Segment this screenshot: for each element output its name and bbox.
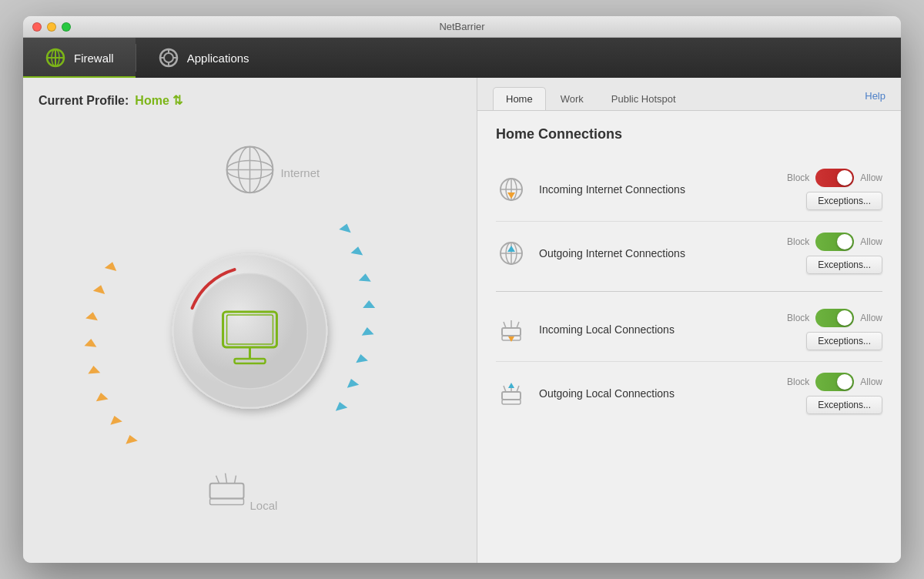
allow-label-1: Allow xyxy=(860,236,882,247)
tab-firewall[interactable]: Firewall xyxy=(23,38,136,78)
block-label-2: Block xyxy=(787,313,809,323)
outgoing-internet-label: Outgoing Internet Connections xyxy=(539,247,775,259)
svg-marker-40 xyxy=(361,326,374,335)
window-title: NetBarrier xyxy=(439,21,484,32)
connection-incoming-internet: Incoming Internet Connections Block Allo… xyxy=(496,158,882,221)
minimize-button[interactable] xyxy=(47,22,56,32)
svg-line-17 xyxy=(216,476,219,484)
outgoing-internet-exceptions[interactable]: Exceptions... xyxy=(806,256,882,274)
svg-point-14 xyxy=(227,160,273,179)
outgoing-internet-toggle-row: Block Allow xyxy=(787,233,882,251)
svg-marker-28 xyxy=(105,260,119,271)
incoming-local-toggle-row: Block Allow xyxy=(787,309,882,327)
connection-outgoing-internet: Outgoing Internet Connections Block Allo… xyxy=(496,221,882,285)
svg-line-18 xyxy=(226,474,227,484)
block-label-1: Block xyxy=(787,236,809,247)
svg-marker-35 xyxy=(124,433,138,444)
maximize-button[interactable] xyxy=(62,22,71,32)
connection-incoming-local: Incoming Local Connections Block Allow E… xyxy=(496,298,882,361)
incoming-internet-toggle-row: Block Allow xyxy=(787,169,882,187)
svg-marker-42 xyxy=(345,377,359,388)
svg-marker-30 xyxy=(85,311,99,321)
left-panel: Current Profile: Home ⇅ Internet xyxy=(23,78,477,563)
svg-rect-60 xyxy=(502,392,521,400)
svg-marker-36 xyxy=(339,222,353,233)
incoming-internet-controls: Block Allow Exceptions... xyxy=(787,169,882,210)
outgoing-local-label: Outgoing Local Connections xyxy=(539,387,775,400)
outgoing-local-toggle[interactable] xyxy=(815,373,854,391)
block-label-0: Block xyxy=(787,172,809,183)
section-title: Home Connections xyxy=(496,126,882,142)
svg-marker-59 xyxy=(508,336,514,342)
applications-tab-label: Applications xyxy=(187,52,249,65)
svg-point-13 xyxy=(239,146,262,192)
svg-point-5 xyxy=(164,53,173,62)
svg-point-10 xyxy=(227,146,273,192)
svg-marker-34 xyxy=(109,414,122,425)
incoming-local-toggle[interactable] xyxy=(815,309,854,327)
right-panel: Home Work Public Hotspot Help Home Conne… xyxy=(477,78,901,563)
block-label-3: Block xyxy=(787,377,809,387)
svg-line-63 xyxy=(517,386,519,392)
svg-rect-26 xyxy=(235,359,266,363)
svg-marker-65 xyxy=(508,383,514,388)
svg-marker-29 xyxy=(93,283,107,294)
current-profile: Current Profile: Home ⇅ xyxy=(38,93,461,108)
svg-line-57 xyxy=(517,322,519,328)
svg-line-61 xyxy=(504,386,506,392)
applications-icon xyxy=(158,47,179,69)
tab-work[interactable]: Work xyxy=(547,87,597,110)
svg-marker-32 xyxy=(87,365,100,373)
allow-label-0: Allow xyxy=(860,172,882,183)
svg-point-23 xyxy=(192,273,308,389)
svg-marker-43 xyxy=(333,400,347,411)
outgoing-local-controls: Block Allow Exceptions... xyxy=(787,373,882,414)
incoming-local-controls: Block Allow Exceptions... xyxy=(787,309,882,350)
svg-marker-41 xyxy=(355,353,368,363)
svg-marker-48 xyxy=(507,192,515,199)
incoming-internet-toggle[interactable] xyxy=(815,169,854,187)
window-controls xyxy=(32,22,71,32)
outgoing-local-exceptions[interactable]: Exceptions... xyxy=(806,396,882,414)
svg-marker-39 xyxy=(363,300,375,308)
section-divider xyxy=(496,291,882,292)
allow-label-3: Allow xyxy=(860,377,882,387)
toggle-knob xyxy=(837,234,852,249)
help-link[interactable]: Help xyxy=(865,90,886,107)
tab-public-hotspot[interactable]: Public Hotspot xyxy=(598,87,689,110)
outgoing-local-toggle-row: Block Allow xyxy=(787,373,882,391)
tab-home[interactable]: Home xyxy=(493,87,546,110)
local-incoming-icon xyxy=(496,314,527,345)
svg-rect-27 xyxy=(227,315,273,344)
profile-label: Current Profile: xyxy=(38,94,129,108)
title-bar: NetBarrier xyxy=(23,16,901,38)
svg-marker-31 xyxy=(84,338,97,346)
incoming-internet-label: Incoming Internet Connections xyxy=(539,183,775,196)
connections-panel: Home Connections Incoming Interne xyxy=(477,111,901,563)
svg-rect-16 xyxy=(210,484,244,499)
incoming-local-label: Incoming Local Connections xyxy=(539,323,775,336)
toggle-knob xyxy=(837,170,852,186)
app-window: NetBarrier Firewall Applic xyxy=(23,16,901,563)
internet-outgoing-icon xyxy=(496,238,527,269)
svg-line-19 xyxy=(235,476,236,484)
svg-marker-37 xyxy=(351,246,364,256)
svg-rect-54 xyxy=(502,328,521,336)
connection-outgoing-local: Outgoing Local Connections Block Allow E… xyxy=(496,361,882,425)
main-content: Current Profile: Home ⇅ Internet xyxy=(23,78,901,563)
incoming-local-exceptions[interactable]: Exceptions... xyxy=(806,332,882,350)
svg-rect-24 xyxy=(223,312,277,347)
profile-value[interactable]: Home ⇅ xyxy=(135,93,182,108)
svg-text:Local: Local xyxy=(250,499,278,512)
firewall-tab-label: Firewall xyxy=(74,52,114,65)
svg-marker-53 xyxy=(507,246,515,252)
svg-line-55 xyxy=(504,322,506,328)
incoming-internet-exceptions[interactable]: Exceptions... xyxy=(806,192,882,210)
network-diagram-svg: Internet Local xyxy=(38,115,461,562)
tab-applications[interactable]: Applications xyxy=(136,38,271,78)
local-outgoing-icon xyxy=(496,378,527,409)
svg-point-22 xyxy=(173,254,327,408)
close-button[interactable] xyxy=(32,22,42,32)
tab-bar: Home Work Public Hotspot Help xyxy=(477,78,901,111)
outgoing-internet-toggle[interactable] xyxy=(815,233,854,251)
